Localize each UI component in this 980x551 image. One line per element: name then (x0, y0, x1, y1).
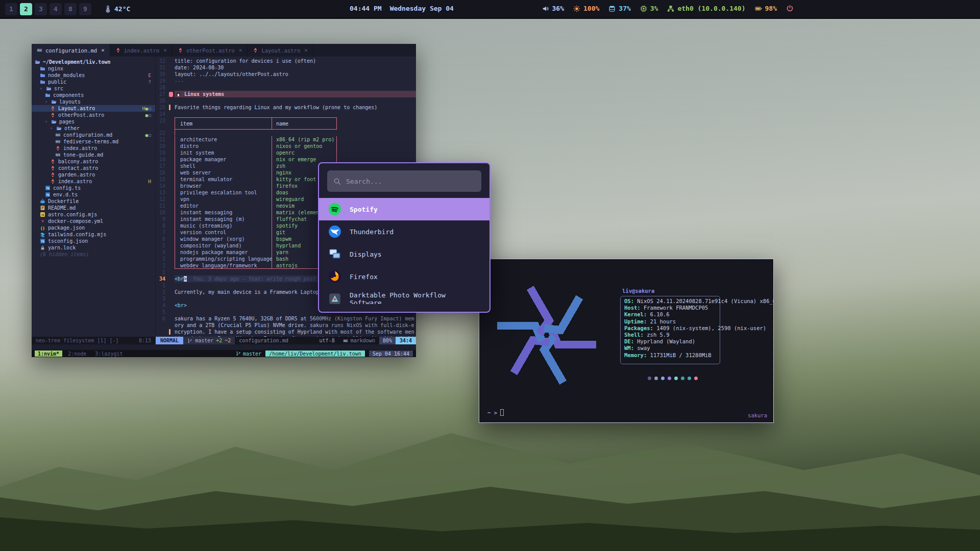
clock-date: Wednesday Sep 04 (390, 5, 454, 12)
cpu-value: 3% (650, 5, 658, 12)
palette-dot (694, 377, 698, 380)
tree-item[interactable]: tailwind.config.mjs (32, 231, 155, 238)
volume-module[interactable]: 36% (542, 5, 564, 12)
terminal-window[interactable]: liv@sakura OS: NixOS 24.11.20240828.71e9… (479, 259, 774, 423)
tmux-session[interactable]: 1:nvim* (35, 350, 62, 357)
tree-item[interactable]: tone-guide.md (32, 152, 155, 158)
markdown-file-icon (55, 139, 61, 144)
tree-item[interactable]: components (32, 92, 155, 98)
search-placeholder: Search... (346, 178, 382, 185)
tree-item-label: public (48, 79, 66, 85)
tree-item[interactable]: Layout.astroH ● ◻ (32, 105, 155, 112)
editor-tab[interactable]: configuration.md× (32, 44, 110, 57)
workspace-button[interactable]: 9 (79, 3, 91, 15)
sign-column (169, 256, 175, 262)
sign-column (169, 269, 175, 276)
editor-tab[interactable]: index.astro× (110, 44, 173, 57)
tree-item[interactable]: index.astro (32, 145, 155, 152)
network-module[interactable]: eth0 (10.0.0.140) (667, 5, 745, 12)
tab-close-icon[interactable]: × (304, 47, 308, 54)
tree-item[interactable]: (6 hidden items) (32, 251, 155, 258)
astro-file-icon (50, 112, 56, 118)
table-cell-item: architecture (175, 136, 272, 143)
launcher-item[interactable]: Spotify (319, 198, 489, 220)
line-number: 32 (156, 58, 169, 64)
tree-item[interactable]: configuration.md● ◻ (32, 132, 155, 138)
table-cell-item: instant messaging (m) (175, 216, 272, 222)
line-number: 1 (156, 282, 169, 289)
tree-item[interactable]: Ydocker-compose.yml (32, 218, 155, 224)
sign-column (169, 117, 175, 130)
tree-root[interactable]: ~/Development/liv.town (32, 59, 155, 65)
editor-tab[interactable]: otherPost.astro× (173, 44, 248, 57)
workspace-button[interactable]: 2 (20, 3, 32, 15)
tree-item[interactable]: {}package.json (32, 224, 155, 231)
tree-item[interactable]: TStsconfig.json (32, 238, 155, 244)
launcher-item[interactable]: Darktable Photo Workflow Software (319, 288, 489, 304)
launcher-item-label: Firefox (350, 273, 378, 281)
tmux-session[interactable]: 2:node (65, 350, 89, 357)
brightness-module[interactable]: 100% (573, 5, 599, 12)
table-cell-item: webdev language/framework (175, 262, 272, 268)
tree-item[interactable]: yarn.lock (32, 244, 155, 251)
network-icon (667, 5, 674, 12)
tree-item[interactable]: TSenv.d.ts (32, 191, 155, 198)
workspace-button[interactable]: 3 (35, 3, 47, 15)
tree-item[interactable]: ▾layouts (32, 98, 155, 105)
editor-tab[interactable]: Layout.astro× (248, 44, 313, 57)
displays-icon (328, 247, 341, 261)
spotify-icon (328, 203, 341, 216)
launcher-item[interactable]: Thunderbird (319, 220, 489, 243)
tree-item[interactable]: nginx (32, 65, 155, 72)
line-number: 2 (156, 262, 169, 269)
fetch-info-value: 11731MiB / 31280MiB (647, 352, 711, 358)
workspace-button[interactable]: 1 (5, 3, 17, 15)
penguin-icon (176, 91, 181, 97)
launcher-item[interactable]: Displays (319, 243, 489, 265)
sign-column (169, 84, 175, 91)
tree-item[interactable]: public? (32, 79, 155, 85)
tree-item[interactable]: fediverse-terms.md (32, 138, 155, 145)
svg-text:TS: TS (46, 193, 49, 196)
shell-prompt[interactable]: ~ > (487, 409, 504, 416)
tree-item[interactable]: index.astroH (32, 178, 155, 185)
tab-close-icon[interactable]: × (101, 47, 105, 54)
tree-item[interactable]: TSconfig.ts (32, 185, 155, 191)
tree-item-label: (6 hidden items) (40, 252, 89, 257)
tree-item[interactable]: balcony.astro (32, 158, 155, 165)
tree-item[interactable]: README.md (32, 205, 155, 211)
tmux-session[interactable]: 3:lazygit (92, 350, 126, 357)
tree-item[interactable]: contact.astro (32, 165, 155, 171)
tmux-datetime: Sep 04 16:44 (369, 350, 413, 357)
tree-item[interactable]: node_modulesE (32, 72, 155, 79)
brightness-value: 100% (583, 5, 599, 12)
tree-item-label: Layout.astro (58, 106, 95, 111)
tree-item[interactable]: JSastro.config.mjs (32, 211, 155, 218)
launcher-item[interactable]: Firefox (319, 265, 489, 288)
buffer-line: 22 (156, 130, 416, 136)
tree-item-label: index.astro (58, 179, 92, 184)
palette-dot (681, 377, 684, 380)
tree-item[interactable]: otherPost.astro● ◻ (32, 112, 155, 118)
tab-label: index.astro (124, 47, 160, 54)
power-button[interactable] (786, 5, 794, 12)
workspace-button[interactable]: 8 (64, 3, 77, 15)
search-input[interactable]: Search... (327, 170, 481, 192)
tab-close-icon[interactable]: × (163, 47, 167, 54)
table-spacer (175, 130, 337, 136)
tree-item[interactable]: Dockerfile (32, 198, 155, 205)
status-modules: 36% 100% 37% 3% eth0 (10.0.0.140) 98% (533, 0, 794, 17)
fetch-info-value: sway (634, 345, 650, 351)
tree-item[interactable]: ▾src (32, 85, 155, 92)
filetype-segment: markdown (339, 337, 379, 344)
tree-item[interactable]: ▾other (32, 125, 155, 132)
tree-item[interactable]: ▾pages (32, 118, 155, 125)
lock-file-icon (40, 245, 45, 251)
table-cell-item: vpn (175, 196, 272, 203)
hostname-watermark: sakura (748, 412, 767, 418)
line-content: Linux systems (175, 91, 416, 97)
workspace-button[interactable]: 4 (50, 3, 62, 15)
tree-item[interactable]: garden.astro (32, 171, 155, 178)
tab-close-icon[interactable]: × (239, 47, 242, 54)
line-number: 19 (156, 149, 169, 156)
